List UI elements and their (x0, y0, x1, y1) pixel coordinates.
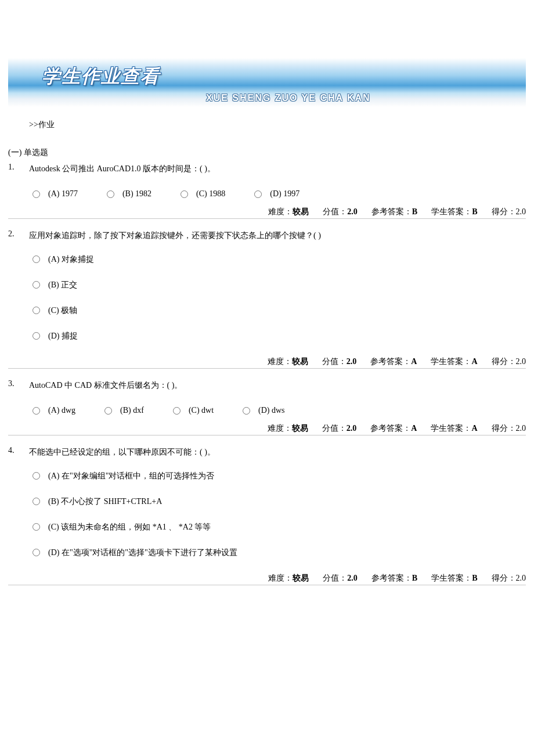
difficulty-label: 难度： (268, 574, 293, 582)
option: (B) dxf (104, 406, 144, 415)
option-radio[interactable] (33, 498, 40, 505)
option: (A) dwg (33, 406, 75, 415)
option-label: (A) 1977 (48, 189, 78, 199)
meta-row: 难度：较易分值：2.0参考答案：A学生答案：A得分：2.0 (8, 423, 526, 434)
ref-answer: 参考答案：A (370, 357, 417, 367)
student-answer-value: B (472, 207, 477, 216)
option: (B) 正交 (33, 280, 526, 290)
option-radio[interactable] (33, 472, 40, 480)
banner-title-en: XUE SHENG ZUO YE CHA KAN (206, 93, 371, 103)
question-number: 3. (8, 379, 29, 388)
score-value-label: 分值： (323, 207, 347, 216)
question-header: 3.AutoCAD 中 CAD 标准文件后缀名为：( )。 (8, 379, 526, 392)
score-value: 分值：2.0 (322, 357, 357, 367)
option-radio[interactable] (181, 190, 188, 198)
score-value-label: 分值： (322, 357, 347, 366)
option-radio[interactable] (104, 407, 112, 415)
student-answer: 学生答案：A (431, 357, 477, 367)
ref-answer: 参考答案：B (371, 207, 417, 217)
score-value-value: 2.0 (347, 424, 357, 433)
difficulty-label: 难度： (268, 357, 292, 366)
difficulty-value: 较易 (292, 357, 308, 366)
ref-answer-value: B (412, 207, 417, 216)
header-banner: 学生作业查看 XUE SHENG ZUO YE CHA KAN (8, 58, 526, 108)
option-radio[interactable] (33, 523, 40, 531)
option-radio[interactable] (33, 190, 40, 198)
question-text: AutoCAD 中 CAD 标准文件后缀名为：( )。 (29, 379, 182, 392)
student-answer-label: 学生答案： (431, 207, 472, 216)
option-radio[interactable] (33, 307, 40, 314)
options-container: (A) 在"对象编组"对话框中，组的可选择性为否(B) 不小心按了 SHIFT+… (33, 471, 526, 558)
score-value-label: 分值： (323, 574, 347, 582)
question-block: 2.应用对象追踪时，除了按下对象追踪按键外，还需要按下状态条上的哪个按键？( )… (8, 229, 526, 341)
option: (B) 1982 (107, 189, 151, 199)
difficulty-value: 较易 (292, 424, 308, 433)
difficulty-value: 较易 (293, 207, 309, 216)
question-text: 不能选中已经设定的组，以下哪种原因不可能：( )。 (29, 446, 215, 459)
option: (D) 在"选项"对话框的"选择"选项卡下进行了某种设置 (33, 548, 526, 558)
question-text: 应用对象追踪时，除了按下对象追踪按键外，还需要按下状态条上的哪个按键？( ) (29, 229, 321, 242)
student-answer-value: B (472, 574, 477, 582)
got-score-label: 得分： (492, 424, 516, 433)
option-radio[interactable] (243, 407, 250, 415)
ref-answer-label: 参考答案： (371, 207, 412, 216)
option: (C) 1988 (181, 189, 225, 199)
options-container: (A) 对象捕捉(B) 正交(C) 极轴(D) 捕捉 (33, 254, 526, 341)
option-radio[interactable] (33, 407, 40, 415)
option-radio[interactable] (254, 190, 262, 198)
section-title: (一) 单选题 (8, 147, 534, 158)
meta-row: 难度：较易分值：2.0参考答案：A学生答案：A得分：2.0 (8, 357, 526, 367)
question-number: 4. (8, 446, 29, 455)
option-label: (D) 在"选项"对话框的"选择"选项卡下进行了某种设置 (48, 548, 237, 558)
page-container: 学生作业查看 XUE SHENG ZUO YE CHA KAN >>作业 (一)… (0, 58, 534, 619)
ref-answer-value: B (412, 574, 417, 582)
option-radio[interactable] (107, 190, 114, 198)
option-label: (B) 1982 (122, 189, 151, 199)
student-answer-value: A (471, 424, 477, 433)
ref-answer-label: 参考答案： (370, 424, 411, 433)
got-score-label: 得分： (492, 574, 516, 582)
question-number: 2. (8, 229, 29, 239)
difficulty: 难度：较易 (268, 573, 309, 584)
option-radio[interactable] (33, 281, 40, 289)
option-label: (D) 1997 (270, 189, 300, 199)
got-score-value: 2.0 (516, 357, 526, 366)
score-value: 分值：2.0 (322, 423, 357, 434)
divider (8, 585, 526, 585)
option-radio[interactable] (33, 255, 40, 263)
student-answer: 学生答案：A (431, 423, 477, 434)
option-radio[interactable] (33, 549, 40, 556)
ref-answer-value: A (411, 357, 417, 366)
got-score: 得分：2.0 (492, 423, 526, 434)
option: (C) dwt (173, 406, 214, 415)
banner-title-cn: 学生作业查看 (42, 64, 160, 89)
question-header: 4.不能选中已经设定的组，以下哪种原因不可能：( )。 (8, 446, 526, 459)
difficulty: 难度：较易 (268, 423, 308, 434)
score-value-value: 2.0 (347, 574, 358, 582)
divider (8, 435, 526, 435)
option: (D) dws (243, 406, 285, 415)
option-radio[interactable] (33, 332, 40, 340)
difficulty-label: 难度： (268, 207, 293, 216)
option-radio[interactable] (173, 407, 181, 415)
breadcrumb: >>作业 (29, 120, 534, 130)
question-header: 2.应用对象追踪时，除了按下对象追踪按键外，还需要按下状态条上的哪个按键？( ) (8, 229, 526, 242)
meta-row: 难度：较易分值：2.0参考答案：B学生答案：B得分：2.0 (8, 207, 526, 217)
option: (C) 该组为未命名的组，例如 *A1 、 *A2 等等 (33, 522, 526, 532)
score-value-label: 分值： (322, 424, 347, 433)
student-answer: 学生答案：B (431, 573, 477, 584)
options-container: (A) dwg(B) dxf(C) dwt(D) dws (33, 406, 526, 415)
ref-answer: 参考答案：A (370, 423, 417, 434)
got-score: 得分：2.0 (492, 357, 526, 367)
student-answer-label: 学生答案： (431, 574, 472, 582)
question-number: 1. (8, 163, 29, 172)
student-answer-label: 学生答案： (431, 424, 471, 433)
difficulty: 难度：较易 (268, 357, 308, 367)
score-value-value: 2.0 (347, 207, 358, 216)
option-label: (C) 极轴 (48, 305, 77, 316)
option-label: (D) 捕捉 (48, 331, 78, 341)
got-score-value: 2.0 (516, 207, 526, 216)
ref-answer-label: 参考答案： (370, 357, 411, 366)
got-score-label: 得分： (492, 207, 516, 216)
got-score-label: 得分： (492, 357, 516, 366)
